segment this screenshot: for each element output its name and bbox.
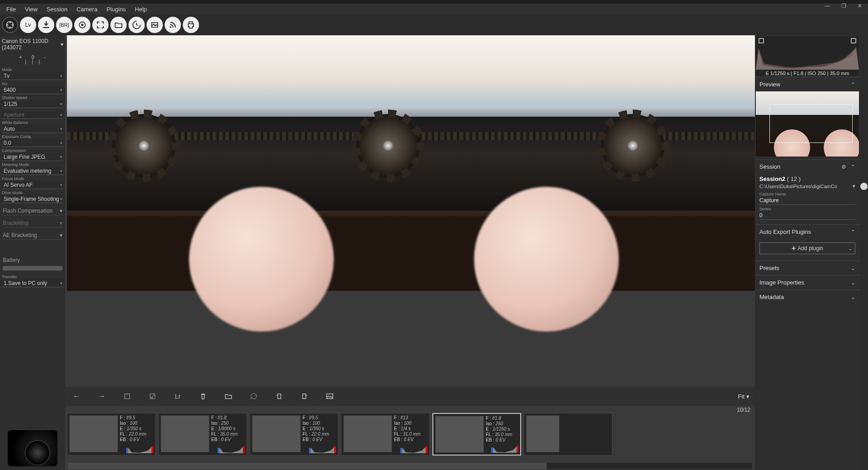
metadata-section-header[interactable]: Metadata ⌄ — [755, 290, 860, 304]
session-path-row[interactable]: C:\Users\Duka\Pictures\digiCamCo ▾ — [759, 183, 855, 189]
imageprops-section-header[interactable]: Image Properties ⌄ — [755, 275, 860, 290]
lightroom-button[interactable]: Lr — [172, 390, 184, 402]
preview-viewport-rect[interactable] — [769, 104, 853, 143]
camera-selector[interactable]: Canon EOS 1100D (243072 ▾ — [1, 36, 64, 52]
thumbnail-item[interactable]: F : f/1.8Iso : 250E : 1/1250 sFL : 35.0 … — [432, 413, 521, 456]
mode-dropdown[interactable]: Tv▾ — [2, 72, 63, 80]
transfer-field: Transfer 1.Save to PC only▾ — [2, 274, 63, 287]
thumbnail-scrollbar[interactable] — [68, 463, 752, 469]
right-panel: E 1/1250 s | F1.8 | ISO 250 | 35.0 mm Pr… — [755, 35, 860, 470]
bracketing-dropdown[interactable]: Bracketing▾ — [2, 219, 63, 228]
drive-dropdown[interactable]: Single-Frame Shooting▾ — [2, 195, 63, 203]
aperture-dropdown[interactable]: Aperture▾ — [2, 111, 63, 119]
prev-button[interactable]: ← — [71, 390, 82, 402]
rotate-left-button[interactable] — [273, 390, 285, 402]
menu-file[interactable]: File — [2, 5, 20, 14]
capture-name-input[interactable]: Capture — [759, 196, 855, 205]
ae-bracketing-dropdown[interactable]: AE Bracketing▾ — [2, 231, 63, 240]
iso-dropdown[interactable]: 6400▾ — [2, 86, 63, 94]
menu-bar: File View Session Camera Plugins Help — [0, 4, 868, 14]
maximize-button[interactable]: ❐ — [838, 2, 849, 10]
chevron-down-icon: ▾ — [60, 74, 62, 78]
menu-camera[interactable]: Camera — [72, 5, 102, 14]
exposurecomp-dropdown[interactable]: 0.0▾ — [2, 139, 63, 147]
session-name: Session2 — [759, 176, 785, 182]
session-section-header[interactable]: Session ⚙⌃ — [755, 159, 860, 174]
chevron-down-icon: ▾ — [60, 127, 62, 131]
thumbnail-item[interactable]: F : f/9.5Iso : 100E : 1/350 sFL : 22.0 m… — [250, 413, 338, 456]
fullscreen-button[interactable] — [92, 17, 109, 33]
whitebalance-dropdown[interactable]: Auto▾ — [2, 125, 63, 133]
overlay-button[interactable] — [147, 17, 163, 33]
focus-dropdown[interactable]: AI Servo AF▾ — [2, 181, 63, 189]
focus-label: Focus Mode — [2, 176, 63, 181]
metering-label: Metering Mode — [2, 162, 63, 167]
gear-icon[interactable]: ⚙ — [841, 164, 846, 170]
histogram-clip-right-icon[interactable] — [851, 38, 856, 43]
series-label: Series — [759, 207, 855, 211]
menu-session[interactable]: Session — [42, 5, 72, 14]
exposure-scale[interactable]: + 0 - ┃· · ┃ · ·┃ — [1, 52, 64, 67]
main-layout: Canon EOS 1100D (243072 ▾ + 0 - ┃· · ┃ ·… — [0, 35, 868, 470]
browse-button[interactable] — [110, 17, 127, 33]
iso-field: Iso 6400▾ — [2, 81, 63, 94]
download-button[interactable] — [38, 17, 54, 33]
plus-icon: + — [792, 244, 796, 252]
select-button[interactable]: ☑ — [147, 390, 158, 402]
drive-label: Drive Mode — [2, 190, 63, 195]
thumbnail-item[interactable]: F : f/9.5Iso : 100E : 1/350 sFL : 22.0 m… — [67, 413, 156, 456]
preview-thumbnail[interactable] — [756, 91, 859, 157]
menu-help[interactable]: Help — [130, 5, 152, 14]
timer-button[interactable] — [128, 17, 145, 33]
image-button[interactable] — [324, 390, 336, 402]
bracket-button[interactable]: [BR] — [56, 17, 72, 33]
image-viewer[interactable] — [67, 35, 755, 387]
histogram[interactable]: E 1/1250 s | F1.8 | ISO 250 | 35.0 mm — [756, 36, 859, 76]
thumbnail-item[interactable]: F : f/13Iso : 100E : 1/4 sFL : 31.0 mmEB… — [341, 413, 430, 456]
thumbnail-item[interactable] — [524, 413, 612, 456]
autoexport-section-header[interactable]: Auto Export Plugins ⌃ — [755, 224, 860, 239]
menu-plugins[interactable]: Plugins — [102, 5, 130, 14]
session-name-row[interactable]: Session2 ( 12 ) — [759, 176, 855, 182]
flash-comp-dropdown[interactable]: Flash Compensation▾ — [2, 207, 63, 215]
unselect-button[interactable]: ☐ — [121, 390, 133, 402]
close-button[interactable]: ✕ — [854, 2, 865, 10]
capture-name-label: Capture Name — [759, 192, 855, 196]
delete-button[interactable] — [197, 390, 209, 402]
rss-button[interactable] — [165, 17, 181, 33]
compression-dropdown[interactable]: Large Fine JPEG▾ — [2, 153, 63, 161]
thumbnail-image — [343, 415, 392, 452]
next-button[interactable]: → — [96, 390, 108, 402]
thumbnail-item[interactable]: F : f/1.8Iso : 250E : 1/8000 sFL : 35.0 … — [158, 413, 247, 456]
add-plugin-button[interactable]: + Add plugin ⌄ — [759, 242, 855, 254]
presets-section-header[interactable]: Presets ⌄ — [755, 261, 860, 275]
capture-button[interactable] — [2, 17, 18, 33]
folder-button[interactable] — [223, 390, 234, 402]
thumbnail-strip[interactable]: F : f/9.5Iso : 100E : 1/350 sFL : 22.0 m… — [65, 413, 755, 463]
scrollbar-thumb[interactable] — [68, 463, 547, 469]
refresh-button[interactable] — [248, 390, 260, 402]
flash-section: Flash Compensation▾ — [2, 207, 63, 215]
session-count: ( 12 ) — [787, 176, 801, 182]
thumbnail-image — [526, 415, 560, 452]
preview-section-header[interactable]: Preview ⌃ — [755, 77, 860, 91]
rotate-right-button[interactable] — [299, 390, 310, 402]
whitebalance-label: White Balance — [2, 120, 63, 125]
series-input[interactable]: 0 — [759, 211, 855, 220]
chevron-down-icon: ▾ — [60, 208, 62, 214]
transfer-label: Transfer — [2, 274, 63, 279]
session-path: C:\Users\Duka\Pictures\digiCamCo — [759, 184, 837, 189]
shutter-field: Shutter speed 1/125▾ — [2, 95, 63, 108]
minimize-button[interactable]: — — [822, 2, 833, 10]
metering-dropdown[interactable]: Evaluative metering▾ — [2, 167, 63, 175]
more-icon[interactable]: ⋮ — [860, 183, 868, 190]
zoom-fit-dropdown[interactable]: Fit▾ — [738, 393, 749, 400]
shutter-dropdown[interactable]: 1/125▾ — [2, 100, 63, 108]
liveview-button[interactable]: Lv — [20, 17, 36, 33]
menu-view[interactable]: View — [20, 5, 42, 14]
print-button[interactable] — [183, 17, 199, 33]
histogram-clip-left-icon[interactable] — [759, 38, 764, 43]
target-button[interactable] — [74, 17, 90, 33]
transfer-dropdown[interactable]: 1.Save to PC only▾ — [2, 279, 63, 287]
thumbnail-image — [161, 415, 209, 452]
